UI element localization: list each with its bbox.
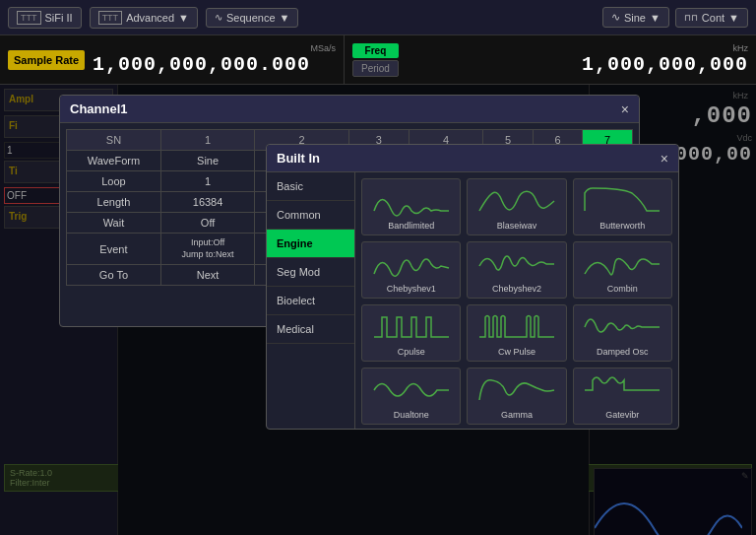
builtin-waveform-grid: Bandlimited Blaseiwav Butterworth <box>355 172 678 429</box>
waveform-gamma-label: Gamma <box>501 410 533 420</box>
category-engine[interactable]: Engine <box>267 230 354 258</box>
advanced-label: Advanced <box>126 12 174 24</box>
category-medical[interactable]: Medical <box>267 315 354 344</box>
sine-wave-icon: ∿ <box>611 11 620 24</box>
freq-unit: kHz <box>407 43 748 53</box>
waveform-dampedosc[interactable]: Damped Osc <box>573 304 672 362</box>
waveform-cpulse-label: Cpulse <box>398 347 425 357</box>
waveform-gamma[interactable]: Gamma <box>467 368 566 425</box>
waveform-butterworth-label: Butterworth <box>599 221 645 231</box>
builtin-title: Built In <box>277 151 320 166</box>
waveform-dualtone[interactable]: Dualtone <box>361 368 461 425</box>
sifi-label: SiFi II <box>45 12 73 24</box>
builtin-modal-header: Built In × <box>267 145 678 172</box>
waveform-chebyshev2-label: Chebyshev2 <box>492 284 541 294</box>
sifi-button[interactable]: TTT SiFi II <box>8 7 82 29</box>
waveform-chebyshev1-label: Chebyshev1 <box>387 284 436 294</box>
top-controls-bar: TTT SiFi II TTT Advanced ▼ ∿ Sequence ▼ … <box>0 0 756 35</box>
sample-value: 1,000,000,000.000 <box>93 53 336 76</box>
category-basic[interactable]: Basic <box>267 172 354 201</box>
sequence-chevron: ▼ <box>280 12 290 24</box>
category-bioelect[interactable]: Bioelect <box>267 287 354 315</box>
col-sn: SN <box>67 130 161 151</box>
waveform-blaseiwav-label: Blaseiwav <box>497 221 537 231</box>
sequence-icon: ∿ <box>215 12 222 23</box>
advanced-button[interactable]: TTT Advanced ▼ <box>90 7 198 29</box>
channel1-modal-header: Channel1 × <box>60 96 639 123</box>
waveform-blaseiwav[interactable]: Blaseiwav <box>467 178 566 235</box>
sample-unit: MSa/s <box>93 43 336 53</box>
sine-select[interactable]: ∿ Sine ▼ <box>602 7 669 28</box>
col-1[interactable]: 1 <box>160 130 254 151</box>
channel1-title: Channel1 <box>70 101 128 116</box>
cont-wave-icon: ⊓⊓ <box>684 13 698 23</box>
category-common[interactable]: Common <box>267 201 354 230</box>
waveform-chebyshev1[interactable]: Chebyshev1 <box>361 241 461 299</box>
waveform-gatevibr-label: Gatevibr <box>605 410 639 420</box>
waveform-gatevibr[interactable]: Gatevibr <box>573 368 672 425</box>
waveform-dualtone-label: Dualtone <box>394 410 429 420</box>
sequence-button[interactable]: ∿ Sequence ▼ <box>206 8 298 28</box>
sine-label: Sine <box>624 12 646 24</box>
sine-chevron: ▼ <box>650 12 661 24</box>
waveform-bandlimited-label: Bandlimited <box>388 221 434 231</box>
waveform-combin[interactable]: Combin <box>573 241 672 299</box>
sample-rate-label: Sample Rate <box>14 54 79 66</box>
advanced-chevron: ▼ <box>178 12 189 24</box>
builtin-sidebar: Basic Common Engine Seg Mod Bioelect Med… <box>267 172 355 429</box>
waveform-bandlimited[interactable]: Bandlimited <box>361 178 461 235</box>
period-button[interactable]: Period <box>352 60 399 77</box>
cont-label: Cont <box>702 12 724 24</box>
waveform-dampedosc-label: Damped Osc <box>597 347 649 357</box>
builtin-close-button[interactable]: × <box>661 152 668 166</box>
builtin-body: Basic Common Engine Seg Mod Bioelect Med… <box>267 172 678 429</box>
sifi-icon: TTT <box>17 11 41 25</box>
freq-value: 1,000,000,000 <box>407 53 748 76</box>
category-segmod[interactable]: Seg Mod <box>267 258 354 287</box>
waveform-cwpulse[interactable]: Cw Pulse <box>467 304 566 362</box>
cont-chevron: ▼ <box>728 12 739 24</box>
waveform-chebyshev2[interactable]: Chebyshev2 <box>467 241 566 299</box>
builtin-modal: Built In × Basic Common Engine Seg Mod B… <box>266 144 679 430</box>
channel1-close-button[interactable]: × <box>621 102 629 116</box>
waveform-combin-label: Combin <box>607 284 638 294</box>
advanced-icon: TTT <box>98 11 123 25</box>
waveform-butterworth[interactable]: Butterworth <box>573 178 672 235</box>
freq-button[interactable]: Freq <box>352 43 399 58</box>
cont-select[interactable]: ⊓⊓ Cont ▼ <box>675 8 748 28</box>
sequence-label: Sequence <box>226 12 276 24</box>
waveform-cpulse[interactable]: Cpulse <box>361 304 461 362</box>
waveform-cwpulse-label: Cw Pulse <box>498 347 536 357</box>
